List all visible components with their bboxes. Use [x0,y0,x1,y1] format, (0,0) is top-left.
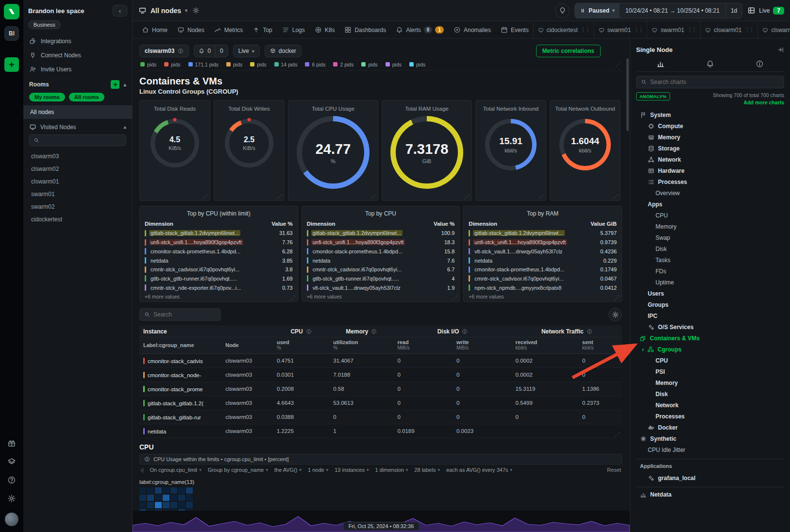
filter-my-rooms[interactable]: My rooms [29,93,65,101]
dimension-header[interactable]: Dimension [307,221,336,227]
gauge-ring[interactable]: 2.5KiB/s [225,119,273,167]
table-settings-button[interactable] [608,308,622,321]
sidebar-item-disk[interactable]: Disk [636,243,784,254]
dimension-row[interactable]: cmntr-stck_cadvisor.i67q0povhqt6yi...3.8 [145,265,293,274]
room-item-all-nodes[interactable]: All nodes [23,105,132,119]
column-header-node[interactable]: Node [221,337,273,354]
legend-item[interactable]: pids [250,62,266,67]
resize-handle[interactable]: ⋰ [290,295,296,301]
collapse-right-sidebar-icon[interactable] [777,46,784,53]
sidebar-item-compute[interactable]: Compute [636,120,784,132]
sidebar-item-cpu-idle-jitter[interactable]: CPU Idle Jitter [636,444,784,455]
dimension-row[interactable]: netdata7.6 [307,256,455,265]
resize-handle[interactable]: ⋰ [202,194,208,200]
sidebar-item-cgroups[interactable]: ›Cgroups [636,344,784,355]
workspace-badge[interactable]: Bl [4,26,19,41]
date-range[interactable]: 10/24/24 • 08:21 → 10/25/24 • 08:21 [620,7,725,14]
heatmap-cell[interactable] [178,487,185,494]
sidebar-item-memory[interactable]: Memory [636,132,784,143]
value-header[interactable]: Value GiB [590,221,617,227]
heatmap-cell[interactable] [155,495,162,501]
collapse-sidebar-button[interactable]: ‹ [113,5,127,17]
dimension-row[interactable]: cmonitor-stack-prometheus.1.4bdpd...6.28 [145,247,293,256]
dimension-row[interactable]: gitlab-stack_gitlab.1.2dvympn6linwt...5.… [469,229,617,238]
heatmap-cell[interactable] [170,502,177,508]
sidebar-item-integrations[interactable]: Integrations [23,34,132,48]
resize-handle[interactable]: ⋰ [538,194,544,200]
nav-item-logs[interactable]: Logs [278,21,309,38]
sidebar-item-swap[interactable]: Swap [636,232,784,243]
heatmap-cell[interactable] [147,487,154,494]
info-icon[interactable] [178,48,184,54]
heatmap-cell[interactable] [147,502,154,508]
column-header-used[interactable]: used% [273,337,329,354]
dimension-row[interactable]: cmntr-stck_cadvisor.i67q0povhqt6yi...0.0… [469,274,617,283]
sidebar-item-processes[interactable]: Processes [636,411,784,422]
resize-handle[interactable]: ⋰ [616,61,621,67]
filter-all-rooms[interactable]: All rooms [69,93,104,101]
live-count-badge[interactable]: 7 [773,7,784,15]
sidebar-item-network[interactable]: Network [636,399,784,411]
sidebar-item-connect-nodes[interactable]: Connect Nodes [23,48,132,62]
nav-item-metrics[interactable]: Metrics [210,21,248,38]
column-header-sent[interactable]: sentkbit/s [578,337,622,354]
gift-icon[interactable] [7,439,16,448]
column-header-received[interactable]: receivedkbit/s [512,337,578,354]
drag-handle-icon[interactable]: ⋮⋮ [634,27,642,33]
heatmap-cell[interactable] [155,487,162,494]
sidebar-item-apps[interactable]: Apps [636,199,784,210]
gauge-ring[interactable]: 1.6044kbit/s [559,119,611,170]
resize-handle[interactable]: ⋰ [464,194,470,200]
node-alerts-pill[interactable]: 0 0 [194,45,228,57]
table-row[interactable]: cmonitor-stack_cadvisclswarm030.475131.4… [139,354,622,368]
visited-node-clswarm03[interactable]: clswarm03 [23,150,132,163]
control-group-by-cgroup-name[interactable]: Group by cgroup_name▾ [208,467,268,473]
sidebar-item-netdata[interactable]: Netdata [636,487,784,501]
node-tab-swarm01[interactable]: swarm01⋮⋮ [594,21,647,38]
scope-settings-icon[interactable] [192,7,200,14]
dimension-row[interactable]: cmonitor-stack-prometheus.1.4bdpd...15.8 [307,247,455,256]
heatmap-cell[interactable] [155,502,162,508]
sidebar-item-cpu[interactable]: CPU [636,355,784,366]
column-header-utilization[interactable]: utilization% [329,337,393,354]
visited-collapse-icon[interactable]: ▴ [123,124,126,130]
info-icon[interactable] [306,329,312,334]
sidebar-item-applications[interactable]: Applications [636,459,784,472]
dimension-row[interactable]: gtlb-stck_gtlb-runner.i67q0povhqt.....4 [307,274,455,283]
gauge-ring[interactable]: 4.5KiB/s [151,119,199,167]
live-status-chip[interactable]: Live▾ [233,45,260,57]
sidebar-item-groups[interactable]: Groups [636,299,784,310]
visited-node-cidockertest[interactable]: cidockertest [23,213,132,226]
table-row[interactable]: netdataclswarm031.222510.01890.0023 [139,424,622,438]
tab-charts-icon[interactable] [656,60,665,68]
scope-selector[interactable]: All nodes ▾ [138,6,187,15]
sidebar-item-uptime[interactable]: Uptime [636,277,784,288]
dimension-row[interactable]: unfi-stck_unifi.1....hoya890f3gop4pzvft0… [469,238,617,247]
column-header-write[interactable]: writeMiB/s [453,337,512,354]
legend-item[interactable]: pids [140,62,156,67]
drag-handle-icon[interactable]: ⋮⋮ [744,27,753,33]
legend-item[interactable]: pids [164,62,180,67]
sidebar-item-memory[interactable]: Memory [636,377,784,388]
sidebar-item-hardware[interactable]: Hardware [636,165,784,176]
heatmap-cell[interactable] [170,495,177,501]
sidebar-item-o-s-services[interactable]: O/S Services [636,321,784,332]
integrations-rail-icon[interactable] [7,457,16,466]
dimension-row[interactable]: unfi-stck_unifi.1....hoya890f3gop4pzvft7… [145,238,293,247]
nav-item-anomalies[interactable]: Anomalies [449,21,495,38]
sidebar-item-psi[interactable]: PSI [636,366,784,377]
column-header-label-cgroup-name[interactable]: Label:cgroup_name [139,337,221,354]
chart-title-bar[interactable]: CPU Usage within the limits • cgroup.cpu… [139,454,622,465]
dimension-row[interactable]: vlt-stck_vault.1....dnwqy05ayh53l7clz0.4… [469,247,617,256]
info-icon[interactable] [587,329,592,334]
node-name-chip[interactable]: clswarm03 [139,45,189,57]
sidebar-item-tasks[interactable]: Tasks [636,254,784,266]
anomaly-filter-badge[interactable]: ANOMALY% [636,92,670,100]
add-workspace-button[interactable]: + [4,57,19,72]
sidebar-item-overview[interactable]: Overview [636,187,784,199]
resize-handle[interactable]: ⋰ [452,295,457,301]
heatmap-cell[interactable] [186,502,193,508]
legend-item[interactable]: pids [361,62,377,67]
dimension-row[interactable]: cmntr-stck_nde-exporter.i67q0pov...i...0… [145,283,293,292]
netdata-logo[interactable] [4,4,19,19]
